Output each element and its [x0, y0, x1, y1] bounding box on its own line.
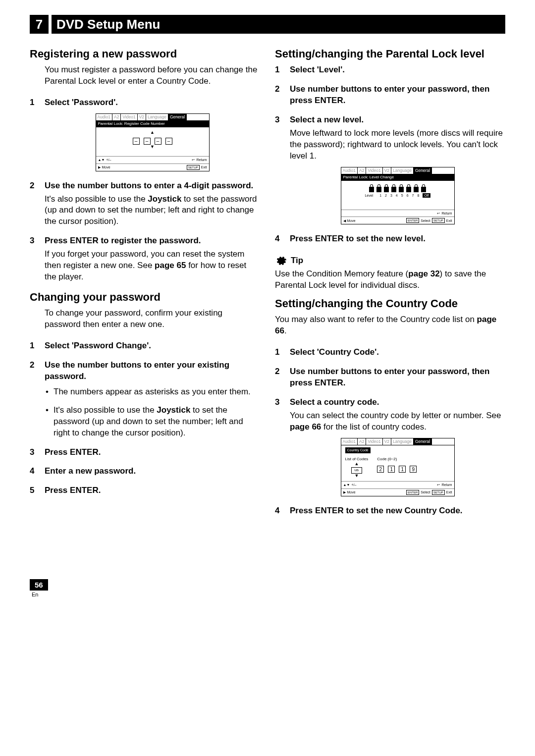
osd-level-title: Parental Lock: Level Change [341, 174, 454, 181]
down-arrow-icon: ▼ [345, 474, 369, 478]
page-number: 56 [30, 579, 48, 591]
step-cc-enter-pw: Use number buttons to enter your passwor… [290, 367, 489, 387]
lock-icon [421, 187, 426, 192]
return-icon: ↩ [192, 158, 195, 162]
step-enter-4digit: Use the number buttons to enter a 4-digi… [45, 181, 253, 190]
step-select-password: Select 'Password'. [45, 98, 118, 107]
s2-joystick: Joystick [148, 194, 181, 204]
play-icon: ▶ [343, 490, 346, 494]
step-press-enter-register: Press ENTER to register the password. [45, 236, 201, 245]
heading-register-password: Registering a new password [30, 48, 260, 60]
digit-box-3: – [155, 138, 161, 145]
left-column: Registering a new password You must regi… [30, 42, 260, 525]
updown-icon: ▲▼ [98, 158, 105, 162]
level-steps: Select 'Level'. Use number buttons to en… [275, 64, 505, 245]
intro-register: You must register a password before you … [30, 64, 260, 87]
osd-tab-video1: Video1 [121, 114, 137, 120]
step-select-level: Select 'Level'. [290, 65, 345, 74]
heading-parental-level: Setting/changing the Parental Lock level [275, 48, 505, 60]
step-press-enter-1: Press ENTER. [45, 447, 101, 457]
lock-icon [399, 187, 404, 192]
chapter-header: 7 DVD Setup Menu [30, 15, 505, 34]
tip-header: Tip [275, 255, 505, 267]
return-icon: ↩ [437, 483, 440, 487]
osd-tab-audio1: Audio1 [96, 114, 112, 120]
osd-level: Audio1 A2 Video1 V2 Language General Par… [341, 167, 455, 225]
step-level-enter-pw: Use number buttons to enter your passwor… [290, 84, 489, 105]
cc-title-pill: Country Code [345, 447, 371, 453]
play-icon: ▶ [98, 165, 101, 169]
setup-label: SETUP [187, 165, 200, 170]
osd-country-code: Audio1 A2 Video1 V2 Language General Cou… [341, 438, 455, 496]
lock-icon [376, 187, 381, 192]
step-enter-new-pw: Enter a new password. [45, 466, 136, 476]
level-body: Move leftward to lock more levels (more … [290, 128, 505, 162]
cc-code-range: Code (0~2) [377, 457, 417, 462]
lock-icon [384, 187, 389, 192]
step-press-enter-level: Press ENTER to set the new level. [290, 234, 426, 243]
off-label: Off [423, 193, 430, 198]
lock-icon [369, 187, 374, 192]
return-icon: ↩ [437, 211, 440, 216]
country-steps: Select 'Country Code'. Use number button… [275, 347, 505, 517]
osd-password: Audio1 A2 Video1 V2 Language General Par… [96, 113, 210, 171]
bullet-joystick: It's also possible to use the Joystick t… [54, 405, 260, 439]
osd-tab-language: Language [146, 114, 168, 120]
chapter-title: DVD Setup Menu [52, 15, 505, 34]
lock-icon [414, 187, 419, 192]
bullet-asterisks: The numbers appear as asterisks as you e… [54, 386, 260, 398]
digit-box-4: – [165, 138, 172, 145]
s2-body-a: It's also possible to use the [45, 194, 148, 204]
digit-box-1: – [133, 138, 140, 145]
plusminus-label: +/– [106, 158, 111, 162]
step-press-enter-cc: Press ENTER to set the new Country Code. [290, 506, 463, 515]
step-select-new-level: Select a new level. [290, 115, 364, 124]
language-code: En [32, 592, 505, 597]
osd-tab-general: General [168, 114, 187, 120]
heading-changing-password: Changing your password [30, 291, 260, 304]
up-arrow-icon: ▲ [100, 130, 205, 135]
osd-tab-a2: A2 [112, 114, 121, 120]
left-arrow-icon: ◀ [343, 218, 346, 223]
gear-icon [275, 255, 287, 267]
cc-intro: You may also want to refer to the Countr… [275, 314, 505, 337]
step-select-pw-change: Select 'Password Change'. [45, 341, 151, 350]
chapter-number: 7 [30, 15, 49, 34]
tip-body: Use the Condition Memory feature (page 3… [275, 269, 505, 291]
level-label: Level [365, 193, 373, 198]
exit-label: Exit [201, 165, 207, 169]
tip-label: Tip [291, 256, 303, 266]
move-label: Move [102, 165, 110, 169]
lock-icon [406, 187, 411, 192]
heading-country-code: Setting/changing the Country Code [275, 297, 505, 310]
up-arrow-icon: ▲ [345, 462, 369, 466]
osd-tab-v2: V2 [138, 114, 146, 120]
down-arrow-icon: ▼ [100, 145, 205, 149]
lock-row [345, 187, 450, 192]
s3-page65: page 65 [155, 261, 186, 270]
step-select-cc-code: Select a country code. [290, 397, 379, 407]
change-steps: Select 'Password Change'. Use the number… [30, 340, 260, 496]
register-steps: Select 'Password'. Audio1 A2 Video1 V2 L… [30, 97, 260, 283]
step-press-enter-2: Press ENTER. [45, 486, 101, 495]
digit-box-2: – [144, 138, 151, 145]
updown-icon: ▲▼ [343, 483, 350, 487]
osd-password-title: Parental Lock: Register Code Number [96, 121, 209, 127]
step-select-cc: Select 'Country Code'. [290, 347, 379, 357]
page-footer: 56 En [30, 579, 505, 597]
intro-change: To change your password, confirm your ex… [30, 308, 260, 330]
right-column: Setting/changing the Parental Lock level… [275, 42, 505, 525]
return-label: Return [196, 158, 207, 162]
lock-icon [391, 187, 396, 192]
step-enter-existing: Use the number buttons to enter your exi… [45, 360, 229, 381]
